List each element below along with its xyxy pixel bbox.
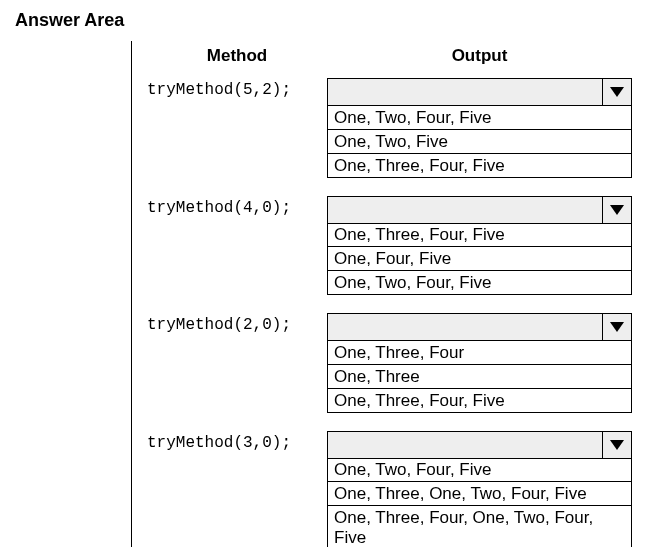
output-header: Output — [327, 46, 632, 66]
method-label: tryMethod(5,2); — [147, 78, 327, 178]
question-row-3: tryMethod(2,0); One, Three, Four One, Th… — [147, 313, 656, 413]
output-dropdown-2: One, Three, Four, Five One, Four, Five O… — [327, 196, 632, 296]
method-label: tryMethod(3,0); — [147, 431, 327, 548]
dropdown-option[interactable]: One, Two, Four, Five — [327, 457, 632, 482]
dropdown-select[interactable] — [327, 196, 632, 224]
chevron-down-icon — [603, 79, 631, 105]
chevron-down-icon — [603, 432, 631, 458]
dropdown-select[interactable] — [327, 78, 632, 106]
question-row-2: tryMethod(4,0); One, Three, Four, Five O… — [147, 196, 656, 296]
dropdown-option[interactable]: One, Two, Five — [327, 130, 632, 154]
output-dropdown-4: One, Two, Four, Five One, Three, One, Tw… — [327, 431, 632, 548]
svg-marker-3 — [610, 440, 624, 450]
header-row: Method Output — [147, 46, 656, 66]
dropdown-select[interactable] — [327, 313, 632, 341]
dropdown-option[interactable]: One, Three, Four — [327, 340, 632, 365]
output-dropdown-1: One, Two, Four, Five One, Two, Five One,… — [327, 78, 632, 178]
dropdown-value — [328, 79, 603, 105]
dropdown-option[interactable]: One, Four, Five — [327, 247, 632, 271]
dropdown-option[interactable]: One, Three, Four, Five — [327, 389, 632, 413]
dropdown-option[interactable]: One, Three, One, Two, Four, Five — [327, 482, 632, 506]
answer-area: Method Output tryMethod(5,2); One, Two, … — [131, 41, 656, 547]
dropdown-option[interactable]: One, Two, Four, Five — [327, 271, 632, 295]
dropdown-option[interactable]: One, Three, Four, Five — [327, 222, 632, 247]
svg-marker-1 — [610, 205, 624, 215]
method-label: tryMethod(4,0); — [147, 196, 327, 296]
dropdown-option[interactable]: One, Three, Four, One, Two, Four, Five — [327, 506, 632, 547]
chevron-down-icon — [603, 314, 631, 340]
dropdown-value — [328, 197, 603, 223]
method-label: tryMethod(2,0); — [147, 313, 327, 413]
output-dropdown-3: One, Three, Four One, Three One, Three, … — [327, 313, 632, 413]
dropdown-value — [328, 432, 603, 458]
dropdown-option[interactable]: One, Three — [327, 365, 632, 389]
chevron-down-icon — [603, 197, 631, 223]
dropdown-value — [328, 314, 603, 340]
page-title: Answer Area — [15, 10, 656, 31]
question-row-4: tryMethod(3,0); One, Two, Four, Five One… — [147, 431, 656, 548]
svg-marker-2 — [610, 322, 624, 332]
svg-marker-0 — [610, 87, 624, 97]
question-row-1: tryMethod(5,2); One, Two, Four, Five One… — [147, 78, 656, 178]
dropdown-option[interactable]: One, Two, Four, Five — [327, 105, 632, 130]
method-header: Method — [147, 46, 327, 66]
dropdown-select[interactable] — [327, 431, 632, 459]
dropdown-option[interactable]: One, Three, Four, Five — [327, 154, 632, 178]
